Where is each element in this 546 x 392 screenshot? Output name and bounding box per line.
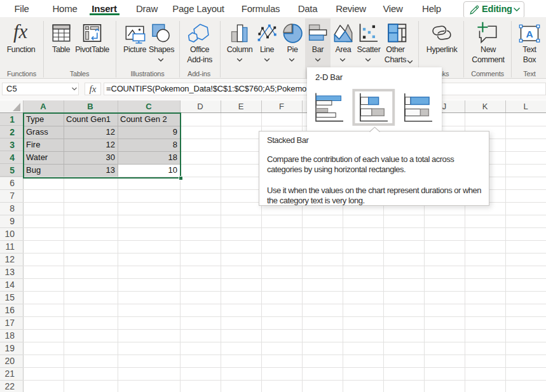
svg-text:A: A — [526, 29, 533, 39]
